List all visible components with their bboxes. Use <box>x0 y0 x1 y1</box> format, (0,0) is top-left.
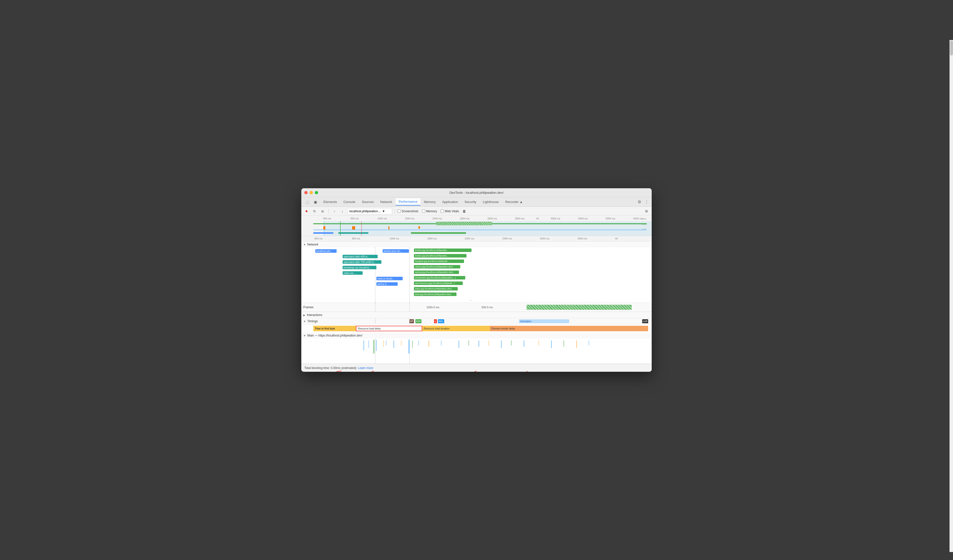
interactions-arrow: ▶ <box>303 314 305 317</box>
net-row-maincss: main.css ... <box>301 271 652 275</box>
tab-memory[interactable]: Memory <box>421 198 439 205</box>
flame-bar-11 <box>418 340 419 345</box>
timing-fp: FP <box>410 319 414 323</box>
rm2-8: 44 <box>614 237 652 240</box>
flame-chart-area <box>314 339 648 364</box>
tab-sources[interactable]: Sources <box>359 198 377 205</box>
rm2-6: 3494 ms <box>539 237 576 240</box>
net-block-london1[interactable]: london.jpg (localhost.philipwalto... <box>414 249 472 252</box>
playhead-line <box>340 221 341 236</box>
tab-console[interactable]: Console <box>340 198 359 205</box>
dropdown-icon: ▼ <box>382 209 385 213</box>
memory-checkbox[interactable] <box>422 209 425 213</box>
net-row-mainjs: main.js (local... <box>301 276 652 281</box>
net-block-perfjs[interactable]: perf.js (l... <box>376 282 398 286</box>
reload-button[interactable]: ↻ <box>311 208 318 215</box>
lcp-erd: Element render delay <box>490 326 648 331</box>
status-text: Total blocking time: 0.00ms (estimated) <box>304 366 356 370</box>
overview-charts[interactable] <box>301 221 652 236</box>
main-arrow: ▼ <box>303 334 306 337</box>
layout-icon[interactable]: ▣ <box>312 198 319 206</box>
cursor-icon[interactable]: ⬜ <box>303 198 310 206</box>
network-section: ▼ Network localhost.phi... opensans-lati… <box>301 241 652 303</box>
toolbar2-right: ⚙ <box>643 208 650 215</box>
net-block-maincss[interactable]: main.css ... <box>343 271 363 275</box>
flame-bar-4 <box>376 340 377 351</box>
main-header[interactable]: ▼ Main — https://localhost.philipwalton.… <box>301 333 652 339</box>
cpu-spike-3 <box>388 226 390 230</box>
interactions-header[interactable]: ▶ Interactions <box>301 312 652 318</box>
net-block-bangkok[interactable]: bangkok.jpg (localhost.philipwalt... <box>414 260 464 263</box>
tab-elements[interactable]: Elements <box>320 198 340 205</box>
flame-bar-2 <box>368 340 369 348</box>
net-block-bootstrap[interactable]: bootstrap.css (localhos... <box>343 266 376 269</box>
flame-bar-25 <box>588 340 589 345</box>
window-title: DevTools - localhost.philipwalton.dev/ <box>450 191 503 195</box>
net-block-london2[interactable]: london.jpg (localhost.philipwalto... <box>414 254 467 257</box>
fps-label: FPS <box>642 218 647 220</box>
interactions-section: ▶ Interactions <box>301 312 652 318</box>
tab-application[interactable]: Application <box>439 198 461 205</box>
net-block-amsterdam[interactable]: amsterdam.jpg (localhost.philipwalton...… <box>414 276 465 280</box>
rm2-4: 2494 ms <box>464 237 501 240</box>
net-row-bootstrap: bootstrap.css (localhos... <box>301 265 652 270</box>
ruler-mark-0: 494 ms <box>314 217 341 220</box>
tab-recorder[interactable]: Recorder ▲ <box>502 198 526 205</box>
net-block-sydney[interactable]: sydney.jpg (localhost.philipwalton.dev) <box>414 271 459 274</box>
upload-icon[interactable]: ↑ <box>331 208 338 215</box>
net-block-localhost[interactable]: localhost.phi... <box>315 249 337 253</box>
ruler-mark-3: 1994 ms <box>396 217 424 220</box>
devtools-window: DevTools - localhost.philipwalton.dev/ ⬜… <box>301 188 652 372</box>
webvitals-checkbox[interactable] <box>441 209 444 213</box>
net-block-opensans700[interactable]: opensans-latin-700.woff2 (l... <box>343 260 382 264</box>
tab-lighthouse[interactable]: Lighthouse <box>480 198 502 205</box>
tab-security[interactable]: Security <box>461 198 479 205</box>
trash-icon[interactable]: 🗑 <box>463 209 466 213</box>
net-block-opensans400[interactable]: opensans-latin-400.w... <box>343 255 378 258</box>
maximize-button[interactable] <box>315 191 318 194</box>
animation-label: Animation <box>520 320 531 323</box>
screenshots-checkbox-label[interactable]: Screenshots <box>397 209 418 213</box>
main-label: Main — https://localhost.philipwalton.de… <box>307 334 362 337</box>
ruler-mark-4: 2494 ms <box>424 217 451 220</box>
learn-more-link[interactable]: Learn more <box>358 366 373 370</box>
settings-perf-icon[interactable]: ⚙ <box>643 208 650 215</box>
net-block-mainjs[interactable]: main.js (local... <box>376 277 403 280</box>
net-block-paris[interactable]: paris.jpg (localhost.philipwalton.dev) <box>414 292 456 296</box>
net-block-tokyo[interactable]: tokyo.jpg (localhost.philipwalton.dev) <box>414 287 458 291</box>
screenshots-checkbox[interactable] <box>397 209 400 213</box>
net-block-sanfran[interactable]: san-francisco.jpg (localhost.philipwalt.… <box>414 282 463 285</box>
network-section-header[interactable]: ▼ Network <box>301 241 652 248</box>
settings-icon[interactable]: ⚙ <box>637 198 642 205</box>
webvitals-checkbox-label[interactable]: Web Vitals <box>441 209 459 213</box>
ruler-mark-5: 2994 ms <box>451 217 478 220</box>
url-selector[interactable]: localhost.philipwalton.... ▼ <box>347 208 392 215</box>
close-button[interactable] <box>304 191 307 194</box>
clear-button[interactable]: ⊘ <box>319 208 326 215</box>
fps-row <box>314 222 647 226</box>
flame-bar-10 <box>412 340 413 348</box>
flame-bar-7 <box>393 340 394 348</box>
memory-checkbox-label[interactable]: Memory <box>422 209 437 213</box>
timing-l: L <box>434 319 437 323</box>
record-button[interactable]: ● <box>303 208 310 215</box>
perf-main: 494 ms 994 ms 1494 ms 1994 ms 2494 ms 29… <box>301 236 652 364</box>
titlebar: DevTools - localhost.philipwalton.dev/ <box>301 188 652 197</box>
timings-header[interactable]: ▼ Timings FP FCP L DCL Animation LCP <box>301 318 652 324</box>
cpu-spike-4 <box>418 226 420 229</box>
ruler-mark-10: 5494 ms <box>569 217 597 220</box>
tab-performance[interactable]: Performance <box>396 198 420 206</box>
rm2-1: 994 ms <box>351 237 388 240</box>
download-icon[interactable]: ↓ <box>339 208 346 215</box>
tab-network[interactable]: Network <box>377 198 396 205</box>
net-block-photos[interactable]: photos.json (lo... <box>383 249 409 253</box>
screenshots-label: Screenshots <box>402 209 418 213</box>
memory-label: Memory <box>426 209 437 213</box>
timeline-ruler2: 494 ms 994 ms 1494 ms 1994 ms 2494 ms 29… <box>301 236 652 241</box>
minimize-button[interactable] <box>310 191 313 194</box>
frames-dashed-1 <box>375 303 376 311</box>
net-block-venice[interactable]: venice.jpg (localhost.philipwalton.dev) <box>414 265 460 269</box>
timings-arrow: ▼ <box>303 320 306 323</box>
more-icon[interactable]: ⋮ <box>644 198 650 205</box>
network-label: Network <box>307 243 318 246</box>
